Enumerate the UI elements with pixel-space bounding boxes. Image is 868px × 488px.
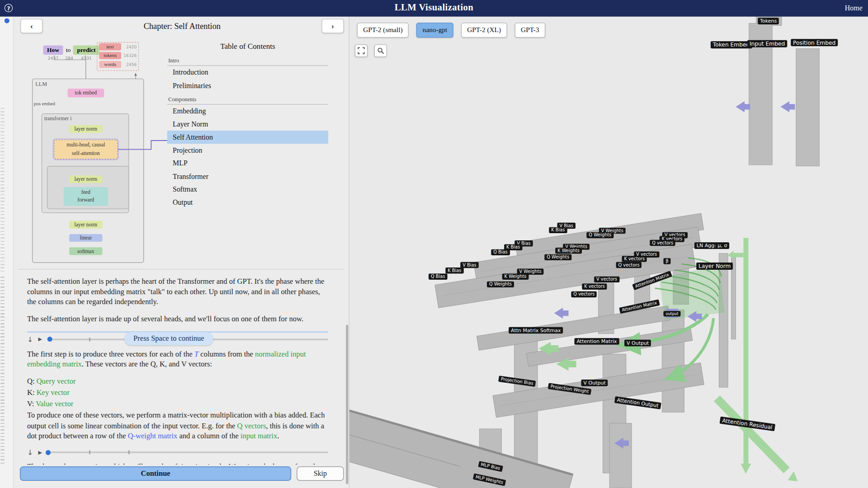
softmax-chip: softmax <box>69 247 102 255</box>
token-word: text <box>99 43 121 51</box>
text-run: . These vectors are the Q, K, and V vect… <box>82 360 212 368</box>
layer-norm-chip: layer norm <box>69 221 102 229</box>
timeline-handle[interactable] <box>47 337 52 342</box>
feed-forward-chip: feed forward <box>64 187 108 206</box>
top-bar: ? LLM Visualization Home <box>0 0 868 17</box>
token-id: 4331 <box>76 56 96 61</box>
paragraph: To produce one of these vectors, we perf… <box>27 411 328 441</box>
text-run: columns from the <box>198 349 255 357</box>
model-tab[interactable]: GPT-2 (small) <box>357 23 409 38</box>
magnify-button[interactable] <box>374 44 387 57</box>
token-count: 2456 <box>126 62 137 67</box>
home-link[interactable]: Home <box>845 4 863 13</box>
model-tab[interactable]: GPT-3 <box>515 23 545 38</box>
viewer-3d[interactable]: TokensToken EmbedInput EmbedPosition Emb… <box>349 17 868 488</box>
term-highlight: Q vectors <box>237 422 266 430</box>
term-highlight: T <box>194 349 198 357</box>
layer-norm-chip: layer norm <box>69 175 102 183</box>
toc-item[interactable]: Projection <box>167 144 328 157</box>
word-to: to <box>66 45 71 55</box>
term-highlight: Value vector <box>36 400 73 408</box>
text-run: The dot product operation, which we'll s… <box>27 463 321 465</box>
toc-item[interactable]: Transformer <box>167 169 328 183</box>
timeline-tick <box>89 450 90 455</box>
timeline-slider[interactable] <box>47 451 328 453</box>
timeline-tick <box>89 337 90 341</box>
text-run: The self-attention layer is made up of s… <box>27 315 303 323</box>
skip-button[interactable]: Skip <box>297 466 344 481</box>
pos-embed-label: pos embed <box>34 101 55 106</box>
fullscreen-icon <box>358 47 365 54</box>
prev-chapter-button[interactable]: ‹ <box>20 19 42 33</box>
play-icon[interactable]: ▶ <box>38 336 42 342</box>
mlp-slab <box>349 408 573 488</box>
toc-item[interactable]: Preliminaries <box>167 79 328 92</box>
layer-norm-chip: layer norm <box>69 125 102 133</box>
toc-item[interactable]: Introduction <box>167 66 328 79</box>
paragraph: The self-attention layer is perhaps the … <box>27 277 328 307</box>
paragraph: The dot product operation, which we'll s… <box>27 462 328 465</box>
token-row: tokens 16326 <box>98 52 139 61</box>
paragraph: K: Key vector <box>27 388 328 398</box>
panel-scrollbar[interactable] <box>346 325 348 484</box>
toc-item[interactable]: Embedding <box>167 104 328 117</box>
fullscreen-button[interactable] <box>355 44 368 57</box>
scene-canvas[interactable] <box>349 17 868 488</box>
token-word: words <box>99 61 121 68</box>
toc-connector-line <box>113 127 175 160</box>
toc-section-label: Intro <box>167 56 328 66</box>
chapter-panel: ‹ Chapter: Self Attention › <box>14 17 349 488</box>
download-icon[interactable]: ↓ <box>27 335 33 343</box>
text-run: and a column of the <box>177 432 241 440</box>
next-chapter-button[interactable]: › <box>321 19 344 33</box>
footer: Continue Skip <box>20 466 344 481</box>
llm-label: LLM <box>35 81 47 87</box>
chapter-content: The self-attention layer is perhaps the … <box>27 277 328 465</box>
paragraph: V: Value vector <box>27 399 328 409</box>
minimap-marks <box>0 108 5 274</box>
token-row: words 2456 <box>98 60 139 69</box>
toc-title: Table of Contents <box>167 42 328 51</box>
download-icon[interactable]: ↓ <box>27 448 33 456</box>
table-of-contents: Table of Contents IntroIntroductionPreli… <box>167 42 328 209</box>
app: ? LLM Visualization Home ‹ Chapter: Self… <box>0 0 868 488</box>
scroll-minimap[interactable] <box>0 17 14 488</box>
minimap-marks <box>0 277 5 465</box>
toc-item[interactable]: Softmax <box>167 183 328 196</box>
text-run: Q: <box>27 377 37 385</box>
attention-line1: multi-head, causal <box>54 141 118 149</box>
text-run: The self-attention layer is perhaps the … <box>27 277 324 306</box>
token-count: 2420 <box>126 44 137 49</box>
model-tab[interactable]: nano-gpt <box>416 23 453 38</box>
minimap-position-dot <box>5 18 9 23</box>
token-count: 16326 <box>123 53 137 58</box>
viewer-tools <box>355 44 387 57</box>
model-tab[interactable]: GPT-2 (XL) <box>461 23 507 38</box>
self-attention-chip: multi-head, causal self-attention <box>54 140 118 160</box>
tok-embed-chip: tok embed <box>67 89 104 98</box>
term-highlight: Query vector <box>37 377 76 385</box>
magnifier-icon <box>377 47 384 54</box>
toc-item[interactable]: MLP <box>167 157 328 170</box>
feed-line2: forward <box>64 196 108 203</box>
text-run: K: <box>27 388 37 396</box>
toc-item[interactable]: Layer Norm <box>167 117 328 131</box>
transformer-label: transformer i <box>44 116 71 121</box>
term-highlight: Q-weight matrix <box>128 432 178 440</box>
attention-head-slabs <box>435 213 704 418</box>
continue-button[interactable]: Continue <box>20 466 291 481</box>
toc-item[interactable]: Self Attention <box>167 131 328 144</box>
paragraph: The first step is to produce three vecto… <box>27 349 328 370</box>
word-predict: predict <box>73 45 100 55</box>
toc-item[interactable]: Output <box>167 196 328 209</box>
text-run: . <box>277 432 279 440</box>
timeline-handle[interactable] <box>46 450 51 455</box>
text-run: V: <box>27 400 36 408</box>
paragraph: Q: Query vector <box>27 376 328 386</box>
chapter-nav: ‹ Chapter: Self Attention › <box>20 19 344 34</box>
term-highlight: Key vector <box>37 388 70 396</box>
toc-sections: IntroIntroductionPreliminariesComponents… <box>167 56 328 209</box>
play-icon[interactable]: ▶ <box>38 450 42 455</box>
token-row: text 2420 <box>98 42 139 52</box>
attention-line2: self-attention <box>54 150 118 158</box>
